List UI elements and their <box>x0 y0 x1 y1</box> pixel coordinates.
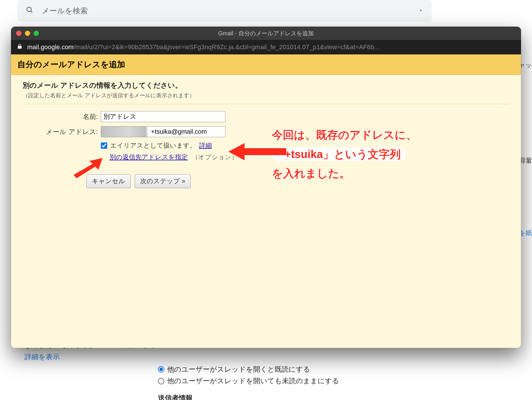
radio-keep-unread[interactable] <box>158 378 164 384</box>
alias-checkbox[interactable] <box>101 142 107 149</box>
lock-icon <box>17 43 23 51</box>
close-window-button[interactable] <box>16 31 21 36</box>
bg-text-fragment: 容量 <box>519 156 532 165</box>
url-path: /mail/u/2/?ui=2&ik=90b28537ba&jsver=wSFg… <box>74 43 379 51</box>
radio-label: 他のユーザーがスレッドを開くと既読にする <box>167 364 310 375</box>
alias-label: エイリアスとして扱います。 <box>110 141 196 150</box>
svg-line-1 <box>31 11 32 13</box>
alias-details-link[interactable]: 詳細 <box>199 141 212 150</box>
sender-info-heading: 送信者情報 <box>158 392 532 400</box>
cancel-button[interactable]: キャンセル <box>86 174 131 188</box>
radio-label: 他のユーザーがスレッドを開いても未読のままにする <box>167 375 339 387</box>
name-input[interactable] <box>101 111 225 122</box>
reply-to-link[interactable]: 別の返信先アドレスを指定 <box>110 153 188 161</box>
divider <box>23 104 509 104</box>
instruction-text: 別のメール アドレスの情報を入力してください。 <box>23 81 509 90</box>
search-icon <box>25 6 34 16</box>
traffic-lights <box>16 31 39 36</box>
search-bar[interactable]: メールを検索 <box>17 0 432 22</box>
popup-window: Gmail - 自分のメールアドレスを追加 mail.google.com/ma… <box>11 27 521 348</box>
zoom-window-button[interactable] <box>34 31 39 36</box>
subnote-text: （設定した名前とメール アドレスが送信するメールに表示されます） <box>23 92 509 99</box>
url-bar[interactable]: mail.google.com/mail/u/2/?ui=2&ik=90b285… <box>11 40 521 54</box>
background-settings-fragment: きるようになります) 詳細を表示 既読にする 他のユーザーがスレッドを開くと既読… <box>25 339 532 400</box>
show-details-link[interactable]: 詳細を表示 <box>25 351 92 363</box>
radio-mark-read[interactable] <box>158 366 164 373</box>
popup-content: 自分のメールアドレスを追加 別のメール アドレスの情報を入力してください。 （設… <box>11 54 521 348</box>
name-label: 名前: <box>23 112 101 121</box>
page-title: 自分のメールアドレスを追加 <box>11 54 521 75</box>
url-host: mail.google.com <box>27 43 74 51</box>
email-input[interactable] <box>101 126 225 137</box>
svg-point-0 <box>27 7 31 12</box>
next-step-button[interactable]: 次のステップ » <box>135 174 191 188</box>
minimize-window-button[interactable] <box>25 31 30 36</box>
reply-to-optional: （オプション） <box>192 153 238 161</box>
window-title: Gmail - 自分のメールアドレスを追加 <box>11 30 521 37</box>
dropdown-icon[interactable] <box>418 6 424 15</box>
search-placeholder: メールを検索 <box>42 6 88 16</box>
window-titlebar: Gmail - 自分のメールアドレスを追加 <box>11 27 521 40</box>
email-label: メール アドレス: <box>23 127 101 136</box>
